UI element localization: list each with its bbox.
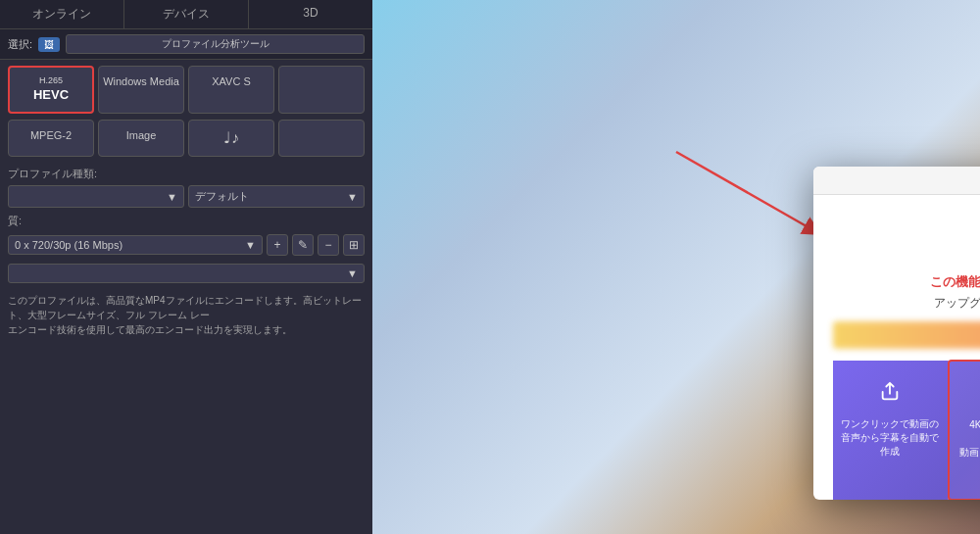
format-image-button[interactable]: Image <box>98 120 184 158</box>
profile-analysis-tool-button[interactable]: プロファイル分析ツール <box>66 34 365 54</box>
tab-device[interactable]: デバイス <box>124 0 249 28</box>
remove-quality-button[interactable]: − <box>318 234 339 256</box>
chevron-down-icon: ▼ <box>167 191 177 203</box>
format-xavc-s-button[interactable]: XAVC S <box>188 66 274 114</box>
feature-label-2: 4K 画質 H.264 & H.265動画 読込み & 書出し <box>957 418 981 460</box>
quality-row: 0 x 720/30p (16 Mbps) ▼ + ✎ − ⊞ <box>0 230 372 260</box>
copy-quality-button[interactable]: ⊞ <box>343 234 365 256</box>
modal-subtitle: アップグレードすると以下の機能を使用できます <box>934 295 980 312</box>
format-grid-row1: H.265 HEVC Windows Media XAVC S <box>0 60 372 120</box>
quality-dropdown[interactable]: 0 x 720/30p (16 Mbps) ▼ <box>8 235 263 255</box>
right-panel: × ♛ この機能はプレミアム版でのみ使用可能です。 アップグレードすると以下の機… <box>372 0 980 534</box>
chevron-down-icon2: ▼ <box>347 191 358 203</box>
profile-type-dropdown1[interactable]: ▼ <box>8 185 184 208</box>
blurred-features-row <box>833 321 980 349</box>
tabs-row: オンライン デバイス 3D <box>0 0 372 29</box>
format-grid-row2: MPEG-2 Image ♩♪ <box>0 120 372 164</box>
add-quality-button[interactable]: + <box>267 234 288 256</box>
tab-3d[interactable]: 3D <box>249 0 372 28</box>
profile-dropdown-row: ▼ デフォルト ▼ <box>0 183 372 210</box>
format-hevc-button[interactable]: H.265 HEVC <box>8 66 94 114</box>
preview-background: × ♛ この機能はプレミアム版でのみ使用可能です。 アップグレードすると以下の機… <box>372 0 980 534</box>
empty-dropdown[interactable]: ▼ <box>8 264 365 283</box>
left-panel: オンライン デバイス 3D 選択: 🖼 プロファイル分析ツール H.265 HE… <box>0 0 372 534</box>
quality-dropdown-value: 0 x 720/30p (16 Mbps) <box>15 239 122 251</box>
selection-label: 選択: <box>8 37 32 52</box>
format-mpeg2-button[interactable]: MPEG-2 <box>8 120 94 158</box>
feature-icon-wrap-1 <box>870 372 909 412</box>
modal-titlebar: × <box>813 167 980 195</box>
feature-4k-video[interactable]: 4K 画質 H.264 & H.265動画 読込み & 書出し <box>948 360 981 500</box>
red-arrow <box>676 152 833 240</box>
modal-body: ♛ この機能はプレミアム版でのみ使用可能です。 アップグレードすると以下の機能を… <box>813 195 980 500</box>
chevron-down-icon4: ▼ <box>347 267 358 279</box>
hevc-label: HEVC <box>33 87 69 102</box>
features-grid: ワンクリックで動画の音声から字幕を自動で作成 4K 画質 H.264 & H.2… <box>833 361 980 500</box>
modal-title: この機能はプレミアム版でのみ使用可能です。 <box>930 273 981 291</box>
share-icon <box>879 381 901 403</box>
tab-online[interactable]: オンライン <box>0 0 124 28</box>
feature-label-1: ワンクリックで動画の音声から字幕を自動で作成 <box>841 417 939 459</box>
profile-type-dropdown2-value: デフォルト <box>195 189 249 204</box>
quality-label: 質: <box>0 210 372 230</box>
premium-modal: × ♛ この機能はプレミアム版でのみ使用可能です。 アップグレードすると以下の機… <box>813 167 980 500</box>
svg-line-1 <box>676 152 813 230</box>
profile-row: 選択: 🖼 プロファイル分析ツール <box>0 29 372 60</box>
format-audio-button[interactable]: ♩♪ <box>188 120 274 158</box>
profile-type-dropdown2[interactable]: デフォルト ▼ <box>188 185 365 208</box>
profile-icon-button[interactable]: 🖼 <box>38 37 60 52</box>
windows-media-label: Windows Media <box>103 75 179 87</box>
feature-subtitle-auto[interactable]: ワンクリックで動画の音声から字幕を自動で作成 <box>833 361 949 500</box>
format-extra2-button[interactable] <box>278 120 365 158</box>
description-text: このプロファイルは、高品質なMP4ファイルにエンコードします。高ビットレート、大… <box>0 287 372 343</box>
xavc-s-label: XAVC S <box>212 75 251 87</box>
profile-type-label: プロファイル種類: <box>0 163 372 183</box>
format-windows-media-button[interactable]: Windows Media <box>98 66 184 114</box>
music-icon: ♩♪ <box>223 129 239 146</box>
h265-label: H.265 <box>14 75 88 87</box>
edit-quality-button[interactable]: ✎ <box>292 234 314 256</box>
format-extra1-button[interactable] <box>278 66 365 114</box>
image-label: Image <box>126 129 157 141</box>
chevron-down-icon3: ▼ <box>245 239 256 251</box>
mpeg2-label: MPEG-2 <box>30 129 72 141</box>
